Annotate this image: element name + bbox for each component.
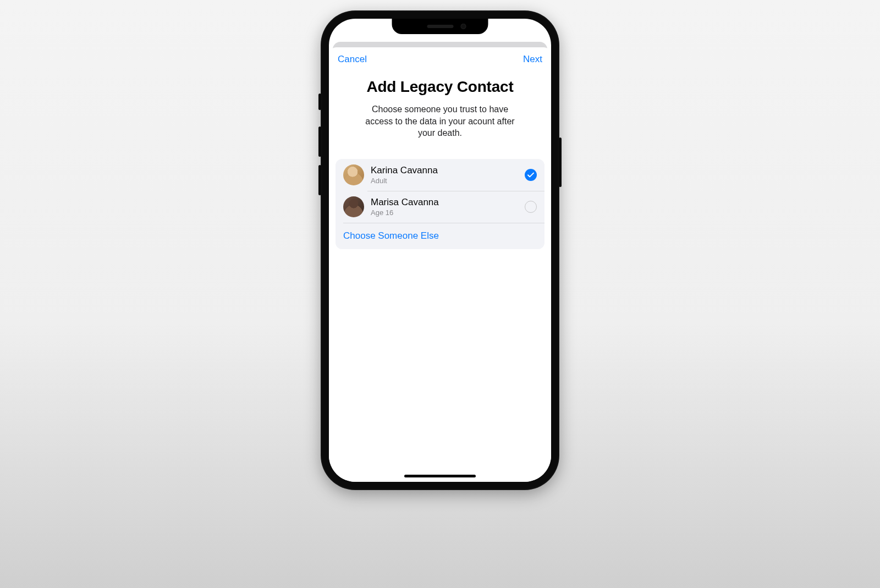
contact-name: Marisa Cavanna [371, 197, 518, 208]
mute-switch [318, 94, 321, 110]
choose-someone-else-label: Choose Someone Else [343, 230, 439, 241]
iphone-frame: 9:41 [321, 11, 559, 490]
cellular-icon [497, 28, 507, 34]
hero: Add Legacy Contact Choose someone you tr… [329, 69, 551, 144]
battery-icon [522, 28, 537, 34]
svg-rect-5 [524, 29, 534, 33]
nav-bar: Cancel Next [329, 47, 551, 69]
power-button [559, 138, 562, 187]
status-bar: 9:41 [329, 19, 551, 43]
avatar [343, 164, 364, 185]
home-indicator[interactable] [404, 475, 476, 477]
choose-someone-else-row[interactable]: Choose Someone Else [336, 223, 544, 249]
checkmark-selected-icon[interactable] [525, 169, 537, 181]
modal-sheet: Cancel Next Add Legacy Contact Choose so… [329, 47, 551, 482]
volume-down-button [318, 165, 321, 195]
page-subtitle: Choose someone you trust to have access … [358, 103, 522, 139]
contact-row[interactable]: Karina Cavanna Adult [336, 159, 544, 191]
contact-list: Karina Cavanna Adult Marisa Cavanna [336, 159, 544, 249]
cancel-button[interactable]: Cancel [338, 54, 367, 65]
status-time: 9:41 [343, 26, 360, 36]
radio-unselected-icon[interactable] [525, 201, 537, 213]
page-title: Add Legacy Contact [340, 78, 540, 96]
svg-rect-2 [502, 29, 504, 34]
contact-row[interactable]: Marisa Cavanna Age 16 [336, 191, 544, 223]
svg-rect-0 [497, 32, 498, 34]
contact-name: Karina Cavanna [371, 165, 518, 176]
svg-rect-6 [536, 30, 537, 32]
wifi-icon [510, 28, 519, 34]
svg-rect-3 [505, 28, 507, 34]
contact-subtitle: Adult [371, 177, 518, 185]
contact-subtitle: Age 16 [371, 208, 518, 217]
volume-up-button [318, 127, 321, 157]
next-button[interactable]: Next [523, 54, 542, 65]
avatar [343, 196, 364, 217]
screen: 9:41 [329, 19, 551, 482]
svg-rect-1 [499, 30, 501, 34]
